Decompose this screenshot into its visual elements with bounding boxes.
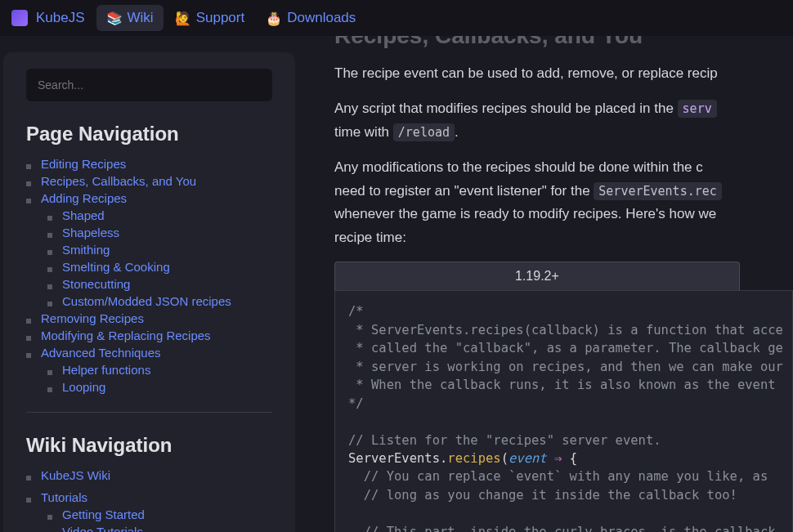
inline-code: /reload — [393, 123, 455, 141]
sidebar-item-stonecutting[interactable]: Stonecutting — [62, 277, 130, 291]
sidebar-item-shapeless[interactable]: Shapeless — [62, 226, 119, 239]
sidebar-item-getting-started[interactable]: Getting Started — [62, 507, 145, 521]
code-block: 1.19.2+ /* * ServerEvents.recipes(callba… — [334, 262, 793, 532]
sidebar-item-smithing[interactable]: Smithing — [62, 243, 110, 257]
sidebar-item-kubejs-wiki[interactable]: KubeJS Wiki — [41, 468, 110, 482]
wiki-nav-list: KubeJS Wiki Tutorials Getting Started Vi… — [26, 468, 272, 532]
paragraph: Any modifications to the recipes should … — [334, 156, 793, 251]
sidebar-item-looping[interactable]: Looping — [62, 380, 105, 394]
sidebar-item-removing-recipes[interactable]: Removing Recipes — [41, 311, 144, 325]
sidebar-item-shaped[interactable]: Shaped — [62, 208, 105, 222]
page-nav-title: Page Navigation — [26, 123, 272, 145]
section-heading: Recipes, Callbacks, and You — [334, 36, 793, 49]
nav-brand-label: KubeJS — [36, 10, 85, 26]
nav-support[interactable]: 🙋 Support — [165, 5, 255, 31]
cake-icon: 🎂 — [266, 11, 282, 26]
raising-hand-icon: 🙋 — [175, 11, 191, 26]
sidebar-separator — [26, 412, 272, 413]
brand-logo-icon — [11, 10, 28, 26]
page-nav-list: Editing Recipes Recipes, Callbacks, and … — [26, 157, 272, 394]
sidebar: Page Navigation Editing Recipes Recipes,… — [0, 36, 307, 532]
code-tab[interactable]: 1.19.2+ — [334, 262, 740, 290]
nav-wiki[interactable]: 📚 Wiki — [96, 5, 164, 31]
sidebar-item-tutorials[interactable]: Tutorials — [41, 490, 87, 504]
sidebar-item-recipes-callbacks[interactable]: Recipes, Callbacks, and You — [41, 174, 196, 188]
nav-item-label: Wiki — [128, 10, 154, 26]
paragraph: Any script that modifies recipes should … — [334, 97, 793, 145]
main-content: Recipes, Callbacks, and You The recipe e… — [307, 36, 793, 532]
wiki-nav-title: Wiki Navigation — [26, 434, 272, 457]
sidebar-item-custom-json[interactable]: Custom/Modded JSON recipes — [62, 294, 231, 308]
inline-code: serv — [678, 100, 717, 118]
top-nav: KubeJS 📚 Wiki 🙋 Support 🎂 Downloads — [0, 0, 793, 36]
inline-code: ServerEvents.rec — [594, 182, 722, 200]
sidebar-item-advanced-techniques[interactable]: Advanced Techniques — [41, 346, 161, 360]
nav-downloads[interactable]: 🎂 Downloads — [256, 5, 365, 31]
paragraph: The recipe event can be used to add, rem… — [334, 62, 793, 86]
sidebar-item-editing-recipes[interactable]: Editing Recipes — [41, 157, 126, 171]
sidebar-item-video-tutorials[interactable]: Video Tutorials — [62, 525, 143, 532]
sidebar-item-smelting-cooking[interactable]: Smelting & Cooking — [62, 260, 170, 274]
sidebar-item-modifying-replacing[interactable]: Modifying & Replacing Recipes — [41, 329, 211, 342]
search-input[interactable] — [26, 69, 272, 101]
nav-brand[interactable]: KubeJS — [2, 5, 95, 31]
sidebar-item-helper-functions[interactable]: Helper functions — [62, 363, 150, 377]
nav-item-label: Downloads — [287, 10, 356, 26]
sidebar-item-adding-recipes[interactable]: Adding Recipes — [41, 191, 127, 205]
nav-item-label: Support — [196, 10, 245, 26]
books-icon: 📚 — [106, 11, 123, 26]
code-body: /* * ServerEvents.recipes(callback) is a… — [334, 290, 793, 532]
